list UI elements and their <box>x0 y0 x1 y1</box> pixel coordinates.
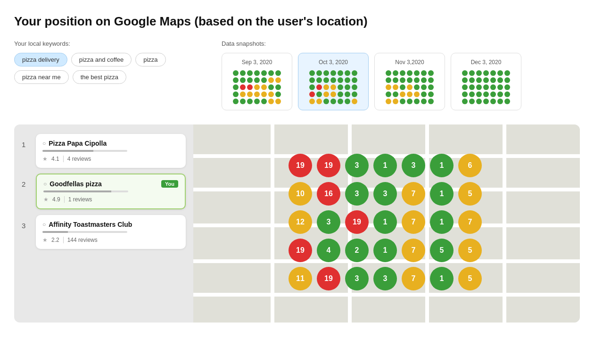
rank-circle-13[interactable]: 1 <box>430 182 454 206</box>
dot <box>338 91 343 97</box>
dot <box>497 91 503 97</box>
dot <box>323 70 329 76</box>
rank-circle-21[interactable]: 7 <box>458 210 482 234</box>
divider-3 <box>63 237 64 243</box>
rank-circle-9[interactable]: 16 <box>317 182 340 206</box>
rank-circle-14[interactable]: 5 <box>458 182 482 206</box>
listing-rank-2: 2 <box>22 174 36 209</box>
dot <box>400 84 405 90</box>
rank-circle-17[interactable]: 19 <box>345 210 369 234</box>
location-icon-3: ○ <box>42 221 46 228</box>
dot <box>330 70 336 76</box>
rank-circle-35[interactable]: 5 <box>458 267 482 290</box>
rank-circle-19[interactable]: 7 <box>402 210 425 234</box>
dot <box>247 99 253 104</box>
rank-circle-5[interactable]: 3 <box>402 154 425 177</box>
keyword-pill-4[interactable]: pizza near me <box>14 70 69 84</box>
dot <box>352 77 357 83</box>
dot <box>476 99 482 104</box>
dot <box>400 77 405 83</box>
rank-circle-30[interactable]: 19 <box>317 267 340 290</box>
rank-circle-32[interactable]: 3 <box>373 267 397 290</box>
dot <box>393 84 398 90</box>
dot <box>407 84 412 90</box>
dot <box>386 77 391 83</box>
rank-circle-20[interactable]: 1 <box>430 210 454 234</box>
dot <box>428 84 434 90</box>
rank-circle-16[interactable]: 3 <box>317 210 340 234</box>
dot <box>338 70 343 76</box>
dot <box>490 77 496 83</box>
snapshot-card-1[interactable]: Sep 3, 2020 <box>222 53 292 110</box>
rank-circle-18[interactable]: 1 <box>373 210 397 234</box>
dot <box>421 91 427 97</box>
listing-card-1[interactable]: ○Pizza Papa Cipolla★4.14 reviews <box>36 134 186 168</box>
snapshots-label: Data snapshots: <box>222 40 580 47</box>
rank-circle-31[interactable]: 3 <box>345 267 369 290</box>
dot <box>469 91 475 97</box>
keyword-pill-3[interactable]: pizza <box>135 53 165 66</box>
rank-circle-2[interactable]: 19 <box>317 154 340 177</box>
dot <box>352 70 357 76</box>
rank-circle-10[interactable]: 3 <box>345 182 369 206</box>
listing-rank-1: 1 <box>22 134 36 168</box>
rank-circle-7[interactable]: 6 <box>458 154 482 177</box>
rank-circle-23[interactable]: 4 <box>317 239 340 262</box>
dot <box>407 99 412 104</box>
snapshot-card-3[interactable]: Nov 3,2020 <box>374 53 445 110</box>
listing-name-text-2: Goodfellas pizza <box>50 180 101 188</box>
rank-circle-4[interactable]: 1 <box>373 154 397 177</box>
rank-circle-15[interactable]: 12 <box>289 210 312 234</box>
dot <box>483 91 489 97</box>
listing-row-2: 2○Goodfellas pizzaYou★4.91 reviews <box>22 174 186 209</box>
snapshot-date-4: Dec 3, 2020 <box>457 59 515 66</box>
dot <box>497 84 503 90</box>
snapshot-date-1: Sep 3, 2020 <box>228 59 286 66</box>
location-icon-2: ○ <box>43 181 47 187</box>
road-v1 <box>271 124 274 323</box>
rank-circle-24[interactable]: 2 <box>345 239 369 262</box>
dot <box>233 91 239 97</box>
rank-circle-6[interactable]: 1 <box>430 154 454 177</box>
dot <box>240 84 246 90</box>
rank-circle-34[interactable]: 1 <box>430 267 454 290</box>
listing-name-row-3: ○Affinity Toastmasters Club <box>42 221 179 228</box>
rank-circle-25[interactable]: 1 <box>373 239 397 262</box>
rank-circle-3[interactable]: 3 <box>345 154 369 177</box>
dot <box>386 99 391 104</box>
rank-circle-33[interactable]: 7 <box>402 267 425 290</box>
snapshot-card-4[interactable]: Dec 3, 2020 <box>451 53 521 110</box>
rank-circle-26[interactable]: 7 <box>402 239 425 262</box>
road-v4 <box>503 124 506 323</box>
dot <box>233 70 239 76</box>
keyword-pill-1[interactable]: pizza delivery <box>14 53 67 66</box>
snapshot-card-2[interactable]: Oct 3, 2020 <box>298 53 369 110</box>
keyword-pill-5[interactable]: the best pizza <box>73 70 126 84</box>
dot <box>316 70 322 76</box>
rank-circle-1[interactable]: 19 <box>289 154 312 177</box>
rank-circle-28[interactable]: 5 <box>458 239 482 262</box>
keyword-pill-2[interactable]: pizza and coffee <box>71 53 132 66</box>
rank-circle-12[interactable]: 7 <box>402 182 425 206</box>
listing-card-3[interactable]: ○Affinity Toastmasters Club★2.2144 revie… <box>36 215 186 249</box>
rank-circle-8[interactable]: 10 <box>289 182 312 206</box>
listing-card-2[interactable]: ○Goodfellas pizzaYou★4.91 reviews <box>36 174 186 209</box>
dot <box>469 99 475 104</box>
rank-circle-27[interactable]: 5 <box>430 239 454 262</box>
listings-panel: 1○Pizza Papa Cipolla★4.14 reviews2○Goodf… <box>14 124 193 323</box>
dot <box>469 84 475 90</box>
dot <box>345 91 350 97</box>
dot <box>247 70 253 76</box>
dot <box>268 77 274 83</box>
bottom-section: 1○Pizza Papa Cipolla★4.14 reviews2○Goodf… <box>14 124 580 323</box>
rank-circle-22[interactable]: 19 <box>289 239 312 262</box>
dot <box>309 84 315 90</box>
dot <box>338 77 343 83</box>
dot <box>483 84 489 90</box>
dot <box>309 91 315 97</box>
rank-circle-11[interactable]: 3 <box>373 182 397 206</box>
rank-circle-29[interactable]: 11 <box>289 267 312 290</box>
listing-bar-2 <box>43 190 128 192</box>
dot <box>393 91 398 97</box>
dot <box>254 77 260 83</box>
